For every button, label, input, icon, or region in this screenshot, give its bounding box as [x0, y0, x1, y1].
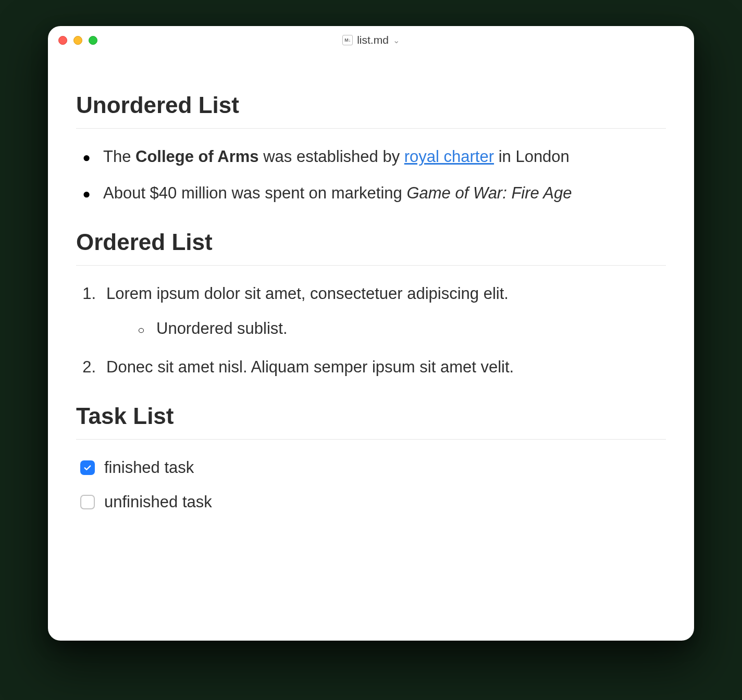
bullet-icon: ●	[80, 187, 93, 201]
close-icon[interactable]	[58, 36, 67, 45]
title-center: M↓ list.md ⌄	[48, 34, 694, 46]
text-fragment: in London	[494, 147, 570, 166]
heading-tasklist: Task List	[76, 398, 666, 440]
check-icon	[83, 463, 92, 472]
unordered-list: ● The College of Arms was established by…	[80, 144, 666, 206]
italic-text: Game of War: Fire Age	[406, 184, 572, 202]
text-fragment: was established by	[259, 147, 404, 166]
zoom-icon[interactable]	[89, 36, 97, 45]
text-fragment: The	[103, 147, 135, 166]
titlebar: M↓ list.md ⌄	[48, 26, 694, 54]
markdown-file-icon: M↓	[342, 35, 353, 45]
bullet-icon: ●	[80, 151, 93, 164]
list-item: 2. Donec sit amet nisl. Aliquam semper i…	[80, 355, 666, 380]
number-marker: 1.	[80, 281, 96, 306]
list-item: ● About $40 million was spent on marketi…	[80, 181, 666, 206]
checkbox-unchecked[interactable]	[80, 495, 95, 509]
list-item-text: Unordered sublist.	[156, 316, 288, 341]
royal-charter-link[interactable]: royal charter	[404, 147, 494, 166]
heading-unordered: Unordered List	[76, 88, 666, 129]
list-item-text: Lorem ipsum dolor sit amet, consectetuer…	[106, 284, 509, 303]
ordered-list: 1. Lorem ipsum dolor sit amet, consectet…	[80, 281, 666, 379]
app-window: M↓ list.md ⌄ Unordered List ● The Colleg…	[48, 26, 694, 641]
task-list: finished task unfinished task	[80, 455, 666, 515]
circle-bullet-icon: ○	[135, 321, 147, 339]
task-item: unfinished task	[80, 490, 666, 515]
task-label: unfinished task	[104, 490, 212, 515]
sublist: ○ Unordered sublist.	[135, 316, 666, 341]
list-item: ○ Unordered sublist.	[135, 316, 666, 341]
traffic-lights	[58, 36, 97, 45]
checkbox-checked[interactable]	[80, 460, 95, 475]
task-label: finished task	[104, 455, 194, 480]
list-item-text: About $40 million was spent on marketing…	[103, 181, 572, 206]
bold-text: College of Arms	[135, 147, 259, 166]
document-content: Unordered List ● The College of Arms was…	[48, 54, 694, 641]
text-fragment: About $40 million was spent on marketing	[103, 184, 406, 202]
list-item-text: The College of Arms was established by r…	[103, 144, 570, 169]
list-item: ● The College of Arms was established by…	[80, 144, 666, 169]
list-item-text: Donec sit amet nisl. Aliquam semper ipsu…	[106, 355, 514, 380]
chevron-down-icon[interactable]: ⌄	[393, 35, 400, 45]
heading-ordered: Ordered List	[76, 224, 666, 266]
list-item-body: Lorem ipsum dolor sit amet, consectetuer…	[106, 281, 666, 343]
minimize-icon[interactable]	[73, 36, 82, 45]
document-title[interactable]: list.md	[357, 34, 389, 46]
number-marker: 2.	[80, 355, 96, 380]
task-item: finished task	[80, 455, 666, 480]
list-item: 1. Lorem ipsum dolor sit amet, consectet…	[80, 281, 666, 343]
